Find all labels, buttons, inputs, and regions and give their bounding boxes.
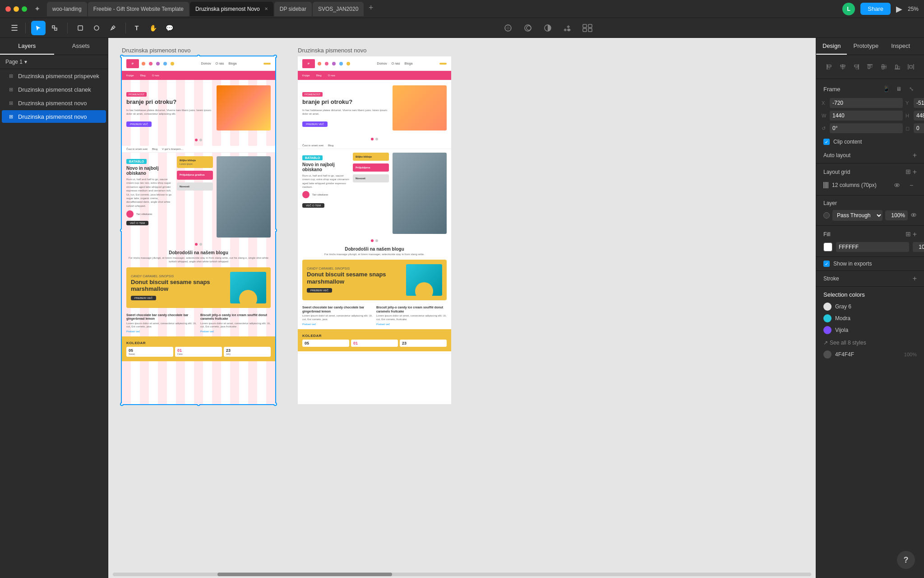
fill-grid-icon[interactable]: ⊞ — [906, 230, 911, 238]
assets-tab[interactable]: Assets — [54, 38, 108, 55]
prototype-tab[interactable]: Prototype — [847, 38, 885, 55]
grid-remove-icon[interactable]: − — [906, 180, 917, 191]
layer-item-1[interactable]: ⊞ Druzinska pismenost clanek — [2, 83, 106, 96]
tab-freebie[interactable]: Freebie - Gift Store Website Template — [88, 2, 189, 16]
align-bottom-button[interactable] — [892, 61, 903, 73]
frame-desktop-icon[interactable]: 🖥 — [893, 84, 904, 94]
align-right-button[interactable] — [850, 61, 862, 73]
frame-wrapper-left[interactable]: Druzinska pismenost novo — [122, 47, 275, 404]
tab-dp-sidebar[interactable]: DP sidebar — [274, 2, 312, 16]
frame-mobile-icon[interactable]: 📱 — [881, 84, 892, 94]
selected-frame-left[interactable]: P Domov O nas — [122, 56, 275, 404]
frame-tool[interactable] — [73, 21, 88, 35]
corner-input[interactable] — [914, 123, 924, 133]
sel-color-swatch-0[interactable] — [823, 303, 832, 311]
align-center-v-button[interactable] — [878, 61, 890, 73]
select-tool[interactable] — [31, 21, 46, 35]
scale-tool[interactable] — [47, 21, 62, 35]
sel-color-swatch-2[interactable] — [823, 326, 832, 334]
layers-panel-tool[interactable] — [580, 21, 595, 35]
frame-right[interactable]: P Domov O nas — [298, 56, 451, 404]
align-center-h-button[interactable] — [837, 61, 849, 73]
component-tool[interactable] — [560, 21, 575, 35]
sel-color-swatch-1[interactable] — [823, 314, 832, 322]
featured-desc: Rum ut, half and half to go, saucer crea… — [126, 177, 173, 208]
distribute-h-button[interactable] — [905, 61, 917, 73]
align-top-button[interactable] — [864, 61, 876, 73]
secondary-nav: Časi in smeti svet Blog V gor's branjem… — [122, 146, 275, 153]
see-all-styles-link[interactable]: ↗ See all 8 styles — [823, 338, 917, 348]
scrollbar-thumb[interactable] — [217, 573, 392, 576]
shape-tool[interactable] — [89, 21, 104, 35]
tab-close-icon[interactable]: ✕ — [264, 6, 268, 11]
blog-section-desc: For tincla massage yilungit, et lorem ma… — [126, 256, 271, 264]
w-input[interactable] — [830, 111, 903, 121]
zoom-level[interactable]: 25% — [908, 6, 919, 12]
align-left-button[interactable] — [823, 61, 835, 73]
opacity-input[interactable]: 100% — [885, 210, 908, 220]
logo-icon: P — [126, 59, 139, 68]
bottom-color-swatch[interactable] — [823, 350, 832, 359]
layer-item-0[interactable]: ⊞ Druzinska pismenost prispevek — [2, 70, 106, 82]
traffic-light-green[interactable] — [22, 6, 27, 12]
tab-svos[interactable]: SVOS_JAN2020 — [313, 2, 364, 16]
layer-item-3[interactable]: ⊞ Druzinska pismenost novo — [2, 110, 106, 123]
logo-text: P — [132, 62, 134, 65]
r-big-card-text: CANDY CARAMEL SINOPSIS Donut biscuit ses… — [307, 267, 402, 293]
fill-add-icon[interactable]: + — [913, 230, 917, 238]
fill-opacity-input[interactable]: 100% — [913, 242, 924, 252]
fill-hex-input[interactable]: FFFFFF — [836, 242, 909, 252]
frame-resize-icon[interactable]: ⤡ — [906, 84, 917, 94]
tab-label: Druzinska pismenost Novo — [195, 6, 260, 12]
h-input[interactable] — [914, 111, 924, 121]
blend-mode-select[interactable]: Pass Through — [832, 210, 882, 221]
inspect-tab[interactable]: Inspect — [885, 38, 916, 55]
text-tool[interactable]: T — [129, 21, 144, 35]
tab-druzinska-novo[interactable]: Druzinska pismenost Novo ✕ — [190, 2, 273, 16]
frame-wrapper-right[interactable]: Druzinska pismenost novo P — [298, 47, 451, 404]
design-tab[interactable]: Design — [816, 38, 847, 55]
help-button[interactable]: ? — [897, 551, 915, 569]
clip-content-checkbox[interactable]: ✓ — [823, 139, 830, 145]
canvas[interactable]: Druzinska pismenost novo — [108, 38, 816, 578]
mask-tool[interactable] — [521, 21, 535, 35]
show-exports-checkbox[interactable]: ✓ — [823, 261, 830, 267]
traffic-light-yellow[interactable] — [14, 6, 19, 12]
comment-tool[interactable]: 💬 — [162, 21, 176, 35]
grid-settings-icon[interactable]: ⊞ — [906, 168, 911, 176]
auto-layout-add-icon[interactable]: + — [913, 151, 917, 159]
r-logo-icon: P — [302, 59, 315, 68]
x-input[interactable] — [830, 98, 903, 108]
layer-item-2[interactable]: ⊞ Druzinska pismenost novo — [2, 97, 106, 109]
fill-color-swatch[interactable] — [823, 242, 832, 252]
fill-header: Fill ⊞ + — [823, 230, 917, 238]
add-tab-button[interactable]: + — [365, 2, 377, 14]
frame-icon-3: ⊞ — [7, 113, 14, 120]
layer-visibility-icon[interactable] — [910, 212, 917, 219]
menu-button[interactable]: ☰ — [7, 21, 22, 35]
nav-circle-2 — [149, 62, 152, 65]
layers-tab[interactable]: Layers — [0, 38, 54, 55]
traffic-light-red[interactable] — [5, 6, 11, 12]
stroke-add-icon[interactable]: + — [913, 275, 917, 283]
tab-woo-landing[interactable]: woo-landing — [47, 2, 87, 16]
play-button[interactable]: ▶ — [896, 4, 902, 14]
canvas-scrollbar[interactable] — [113, 573, 811, 576]
grid-add-icon[interactable]: + — [913, 168, 917, 176]
grid-visibility-icon[interactable] — [892, 180, 902, 191]
y-input[interactable] — [914, 98, 924, 108]
page-dropdown[interactable]: Page 1 ▾ — [5, 59, 27, 65]
sec-nav-1: Časi in smeti svet — [126, 148, 148, 150]
h-field-group: H ⇅ — [906, 111, 924, 121]
rotation-input[interactable] — [830, 123, 903, 133]
r-p-card: Priljubljena — [353, 163, 389, 172]
fill-color-tool[interactable] — [501, 21, 515, 35]
contrast-tool[interactable] — [541, 21, 555, 35]
r-nc-1 — [318, 62, 321, 65]
r-subnav-3: O nas — [328, 74, 335, 77]
pen-tool[interactable] — [106, 21, 120, 35]
layout-grid-section: Layout grid ⊞ + 12 columns (70px) — [816, 163, 924, 196]
share-button[interactable]: Share — [860, 3, 891, 15]
hand-tool[interactable]: ✋ — [146, 21, 160, 35]
frame-panel-header: Frame 📱 🖥 ⤡ — [816, 79, 924, 98]
